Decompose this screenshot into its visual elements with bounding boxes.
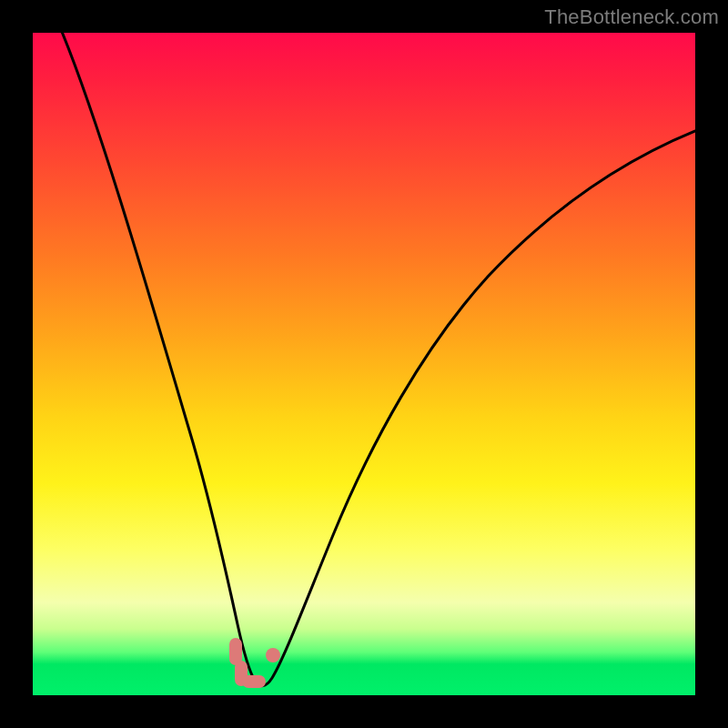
watermark-text: TheBottleneck.com bbox=[544, 5, 719, 29]
bottleneck-curve bbox=[33, 33, 695, 695]
marker-bottom-b bbox=[242, 675, 266, 688]
plot-area bbox=[33, 33, 695, 695]
marker-right bbox=[266, 648, 280, 662]
chart-frame: TheBottleneck.com bbox=[0, 0, 728, 728]
trough-markers bbox=[229, 638, 280, 688]
